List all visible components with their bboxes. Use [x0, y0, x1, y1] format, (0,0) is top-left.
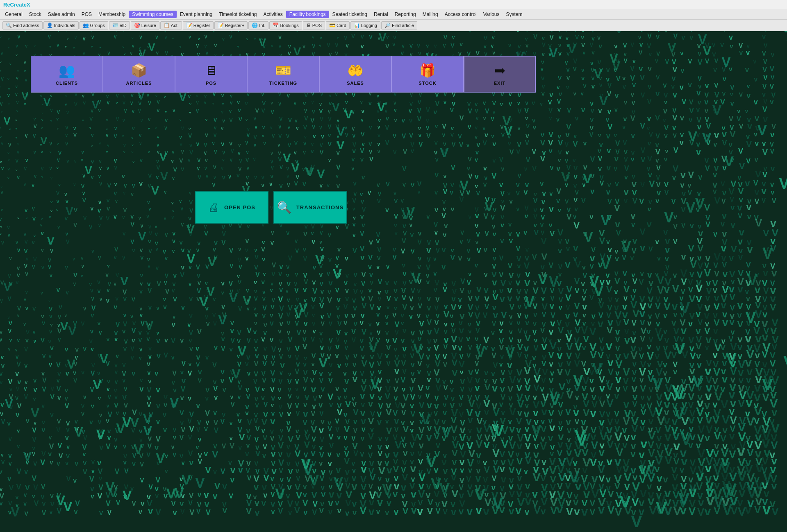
toolbar-btn-bookings[interactable]: 📅Bookings	[269, 21, 302, 29]
toolbar-btn-label: Bookings	[280, 23, 298, 28]
menu-item-stock[interactable]: Stock	[26, 11, 45, 18]
menu-item-event-planning[interactable]: Event planning	[177, 11, 216, 18]
pos-btn-label-open-pos: OPEN POS	[224, 204, 255, 211]
tile-icon-stock: 🎁	[419, 63, 436, 78]
tile-label-articles: ARTICLES	[126, 81, 152, 86]
menu-item-access-control[interactable]: Access control	[441, 11, 480, 18]
tile-label-ticketing: TICKETING	[269, 81, 297, 86]
tile-ticketing[interactable]: 🎫 TICKETING	[247, 56, 319, 93]
menu-item-general[interactable]: General	[2, 11, 26, 18]
tile-label-stock: STOCK	[419, 81, 436, 86]
pos-buttons: 🖨 OPEN POS 🔍 TRANSACTIONS	[195, 191, 347, 224]
toolbar-btn-label: Act.	[171, 23, 179, 28]
toolbar-icon: 🪪	[112, 23, 118, 28]
title-bar: ReCreateX	[0, 0, 787, 9]
pos-btn-label-transactions: TRANSACTIONS	[296, 204, 343, 211]
pos-btn-transactions[interactable]: 🔍 TRANSACTIONS	[273, 191, 347, 224]
toolbar-btn-label: Find address	[13, 23, 39, 28]
tile-label-clients: CLIENTS	[56, 81, 78, 86]
toolbar-btn-label: Int.	[259, 23, 265, 28]
tile-icon-ticketing: 🎫	[275, 63, 291, 78]
menu-item-rental[interactable]: Rental	[371, 11, 391, 18]
background-pattern	[0, 31, 787, 532]
toolbar-btn-label: Groups	[90, 23, 105, 28]
tile-label-exit: EXIT	[494, 81, 505, 86]
toolbar-btn-logging[interactable]: 📊Logging	[350, 21, 380, 29]
toolbar-icon: 🔍	[6, 23, 12, 28]
tile-sales[interactable]: 🤲 SALES	[319, 56, 391, 93]
toolbar-icon: 📅	[273, 23, 279, 28]
toolbar-btn-register+[interactable]: 📝Register+	[214, 21, 248, 29]
toolbar-icon: 📝	[218, 23, 224, 28]
tile-icon-sales: 🤲	[347, 63, 364, 78]
toolbar-icon: 💳	[329, 23, 335, 28]
tiles-row: 👥 CLIENTS 📦 ARTICLES 🖥 POS 🎫 TICKETING 🤲…	[31, 56, 536, 93]
toolbar-btn-label: Card	[337, 23, 346, 28]
menu-item-sales-admin[interactable]: Sales admin	[45, 11, 78, 18]
toolbar-btn-label: Individuals	[54, 23, 75, 28]
tile-stock[interactable]: 🎁 STOCK	[391, 56, 464, 93]
toolbar-btn-label: POS	[312, 23, 322, 28]
toolbar-btn-label: eID	[120, 23, 127, 28]
menu-item-facility-bookings[interactable]: Facility bookings	[286, 11, 329, 18]
toolbar-icon: 🖥	[306, 23, 311, 28]
tile-exit[interactable]: ➡ EXIT	[464, 56, 536, 93]
tile-articles[interactable]: 📦 ARTICLES	[103, 56, 175, 93]
toolbar-btn-label: Logging	[361, 23, 377, 28]
toolbar-btn-label: Register	[193, 23, 210, 28]
main-content: 👥 CLIENTS 📦 ARTICLES 🖥 POS 🎫 TICKETING 🤲…	[0, 31, 787, 532]
pos-btn-open-pos[interactable]: 🖨 OPEN POS	[195, 191, 268, 224]
toolbar-btn-card[interactable]: 💳Card	[326, 21, 350, 29]
toolbar-icon: 📋	[164, 23, 170, 28]
tile-icon-pos: 🖥	[205, 63, 218, 78]
tile-label-sales: SALES	[347, 81, 364, 86]
menu-item-system[interactable]: System	[503, 11, 526, 18]
menu-bar: GeneralStockSales adminPOSMembershipSwim…	[0, 9, 787, 20]
toolbar-icon: 👥	[83, 23, 89, 28]
toolbar-btn-find-address[interactable]: 🔍Find address	[2, 21, 43, 29]
pos-btn-icon-open-pos: 🖨	[208, 201, 219, 214]
toolbar-btn-register[interactable]: 📝Register	[183, 21, 214, 29]
app-logo: ReCreateX	[3, 2, 30, 8]
menu-item-membership[interactable]: Membership	[95, 11, 129, 18]
toolbar-icon: 🎯	[134, 23, 140, 28]
toolbar: 🔍Find address👤Individuals👥Groups🪪eID🎯Lei…	[0, 20, 787, 31]
menu-item-pos[interactable]: POS	[78, 11, 95, 18]
pos-btn-icon-transactions: 🔍	[277, 201, 291, 214]
menu-item-activities[interactable]: Activities	[260, 11, 286, 18]
toolbar-btn-label: Leisure	[141, 23, 156, 28]
menu-item-reporting[interactable]: Reporting	[391, 11, 419, 18]
toolbar-btn-pos[interactable]: 🖥POS	[303, 21, 325, 29]
toolbar-icon: 📝	[186, 23, 192, 28]
tile-label-pos: POS	[206, 81, 216, 86]
toolbar-icon: 🔎	[384, 23, 391, 28]
toolbar-btn-individuals[interactable]: 👤Individuals	[43, 21, 79, 29]
toolbar-btn-label: Find article	[392, 23, 414, 28]
menu-item-timeslot-ticketing[interactable]: Timeslot ticketing	[216, 11, 260, 18]
toolbar-btn-int.[interactable]: 🌐Int.	[248, 21, 268, 29]
toolbar-btn-label: Register+	[225, 23, 244, 28]
tile-icon-exit: ➡	[494, 63, 505, 78]
menu-item-seated-ticketing[interactable]: Seated ticketing	[329, 11, 371, 18]
tile-pos[interactable]: 🖥 POS	[175, 56, 247, 93]
toolbar-btn-act.[interactable]: 📋Act.	[160, 21, 182, 29]
tile-icon-clients: 👥	[59, 63, 75, 78]
toolbar-btn-groups[interactable]: 👥Groups	[80, 21, 108, 29]
menu-item-mailing[interactable]: Mailing	[419, 11, 441, 18]
toolbar-icon: 📊	[354, 23, 360, 28]
toolbar-btn-eid[interactable]: 🪪eID	[109, 21, 130, 29]
toolbar-btn-find-article[interactable]: 🔎Find article	[381, 21, 417, 29]
toolbar-icon: 👤	[47, 23, 53, 28]
toolbar-icon: 🌐	[252, 23, 258, 28]
toolbar-btn-leisure[interactable]: 🎯Leisure	[131, 21, 159, 29]
tile-icon-articles: 📦	[131, 63, 147, 78]
menu-item-various[interactable]: Various	[480, 11, 503, 18]
menu-item-swimming-courses[interactable]: Swimming courses	[129, 11, 177, 18]
tile-clients[interactable]: 👥 CLIENTS	[31, 56, 103, 93]
